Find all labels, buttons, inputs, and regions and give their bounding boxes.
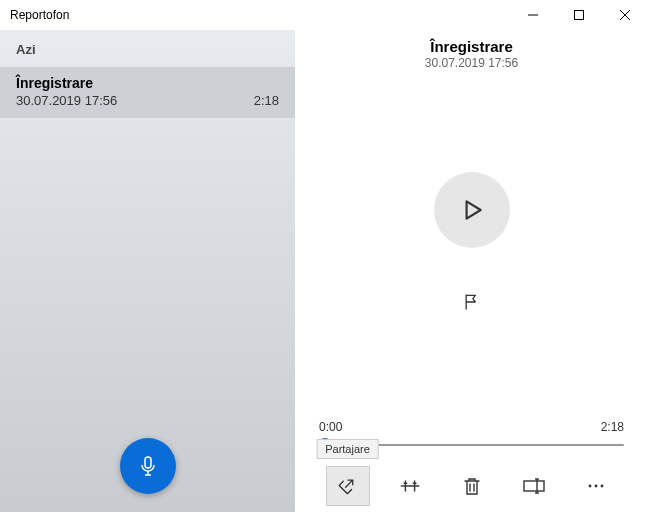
flag-icon — [462, 292, 482, 312]
rename-icon — [523, 478, 545, 494]
content: Azi Înregistrare 30.07.2019 17:56 2:18 Î… — [0, 30, 648, 512]
window-controls — [510, 0, 648, 30]
maximize-icon — [574, 10, 584, 20]
main-panel: Înregistrare 30.07.2019 17:56 0:00 2:18 — [295, 30, 648, 512]
titlebar: Reportofon — [0, 0, 648, 30]
svg-rect-1 — [575, 11, 584, 20]
close-button[interactable] — [602, 0, 648, 30]
record-button[interactable] — [120, 438, 176, 494]
time-current: 0:00 — [319, 420, 342, 434]
play-area — [295, 70, 648, 420]
microphone-icon — [136, 454, 160, 478]
recording-detail-title: Înregistrare — [295, 38, 648, 55]
recording-detail-timestamp: 30.07.2019 17:56 — [295, 56, 648, 70]
rename-button[interactable] — [512, 466, 556, 506]
recording-title: Înregistrare — [16, 75, 279, 91]
minimize-button[interactable] — [510, 0, 556, 30]
recording-duration: 2:18 — [254, 93, 279, 108]
play-button[interactable] — [434, 172, 510, 248]
bottom-toolbar: Partajare — [295, 460, 648, 512]
maximize-button[interactable] — [556, 0, 602, 30]
svg-rect-4 — [145, 457, 151, 468]
section-header: Azi — [0, 30, 295, 67]
svg-rect-13 — [524, 481, 544, 491]
svg-point-19 — [600, 485, 603, 488]
minimize-icon — [528, 10, 538, 20]
share-icon — [338, 476, 358, 496]
close-icon — [620, 10, 630, 20]
ellipsis-icon — [587, 483, 605, 489]
svg-point-17 — [588, 485, 591, 488]
svg-point-18 — [594, 485, 597, 488]
play-icon — [459, 197, 485, 223]
share-tooltip: Partajare — [316, 439, 379, 459]
app-title: Reportofon — [10, 8, 69, 22]
main-header: Înregistrare 30.07.2019 17:56 — [295, 30, 648, 70]
share-button[interactable]: Partajare — [326, 466, 370, 506]
sidebar: Azi Înregistrare 30.07.2019 17:56 2:18 — [0, 30, 295, 512]
trim-icon — [399, 476, 421, 496]
trash-icon — [463, 476, 481, 496]
svg-marker-7 — [466, 201, 480, 218]
add-marker-button[interactable] — [456, 286, 488, 318]
recording-timestamp: 30.07.2019 17:56 — [16, 93, 117, 108]
time-total: 2:18 — [601, 420, 624, 434]
delete-button[interactable] — [450, 466, 494, 506]
more-button[interactable] — [574, 466, 618, 506]
recording-list-item[interactable]: Înregistrare 30.07.2019 17:56 2:18 — [0, 67, 295, 118]
trim-button[interactable] — [388, 466, 432, 506]
